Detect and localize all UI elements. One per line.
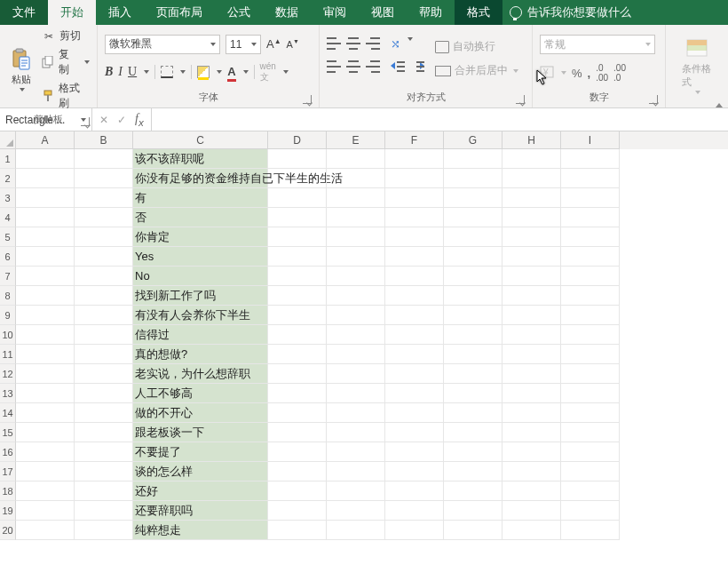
- cell[interactable]: [444, 345, 502, 364]
- cell[interactable]: [327, 149, 385, 169]
- cell[interactable]: [75, 423, 133, 442]
- row-header[interactable]: 16: [0, 442, 16, 462]
- align-center-button[interactable]: [346, 60, 360, 73]
- cell[interactable]: [268, 306, 327, 325]
- cell[interactable]: [268, 325, 327, 345]
- caret-icon[interactable]: [283, 70, 289, 74]
- cell[interactable]: [268, 384, 327, 403]
- cell[interactable]: [16, 345, 75, 364]
- cell[interactable]: [327, 521, 385, 540]
- cell[interactable]: [561, 521, 620, 540]
- cell[interactable]: [327, 403, 385, 423]
- cell[interactable]: [444, 149, 502, 169]
- cell[interactable]: No: [133, 267, 268, 286]
- cell[interactable]: [75, 149, 133, 169]
- cell[interactable]: [268, 227, 327, 247]
- cell[interactable]: 人工不够高: [133, 384, 268, 403]
- font-size-combo[interactable]: 11: [226, 35, 261, 54]
- cell[interactable]: [561, 345, 620, 364]
- cell[interactable]: [268, 149, 327, 169]
- cell[interactable]: [75, 208, 133, 227]
- cell[interactable]: Yes: [133, 247, 268, 267]
- cell[interactable]: [385, 267, 444, 286]
- align-bottom-button[interactable]: [366, 37, 380, 50]
- cell[interactable]: [327, 442, 385, 462]
- cell[interactable]: [561, 442, 620, 462]
- cell[interactable]: [561, 188, 620, 208]
- cell[interactable]: [75, 501, 133, 521]
- cell[interactable]: [327, 462, 385, 481]
- cell[interactable]: [502, 501, 561, 521]
- cell[interactable]: 还要辞职吗: [133, 501, 268, 521]
- tab-view[interactable]: 视图: [359, 0, 407, 25]
- cell[interactable]: 有: [133, 188, 268, 208]
- orientation-button[interactable]: ⤭: [391, 37, 400, 57]
- caret-icon[interactable]: [144, 70, 149, 74]
- cell[interactable]: [385, 345, 444, 364]
- cell[interactable]: [16, 247, 75, 267]
- dialog-launcher-icon[interactable]: [649, 95, 658, 104]
- cell[interactable]: [268, 169, 327, 188]
- row-header[interactable]: 5: [0, 227, 16, 247]
- cancel-icon[interactable]: ✕: [99, 114, 108, 126]
- copy-button[interactable]: 复制: [42, 47, 90, 77]
- cell[interactable]: [561, 267, 620, 286]
- cell[interactable]: [75, 345, 133, 364]
- cell[interactable]: 你没有足够的资金维持自已下半生的生活: [133, 169, 268, 188]
- increase-indent-button[interactable]: [410, 60, 424, 73]
- borders-button[interactable]: [161, 66, 173, 78]
- cell[interactable]: 谈的怎么样: [133, 462, 268, 481]
- row-header[interactable]: 9: [0, 306, 16, 325]
- cell[interactable]: [16, 442, 75, 462]
- italic-button[interactable]: I: [118, 65, 123, 79]
- cell[interactable]: [561, 286, 620, 306]
- row-header[interactable]: 4: [0, 208, 16, 227]
- cell[interactable]: [561, 325, 620, 345]
- cell[interactable]: [268, 481, 327, 501]
- cell[interactable]: [444, 306, 502, 325]
- percent-format-button[interactable]: %: [572, 67, 582, 80]
- cell[interactable]: [561, 462, 620, 481]
- row-header[interactable]: 8: [0, 286, 16, 306]
- formula-input[interactable]: [152, 108, 728, 131]
- cell[interactable]: [327, 169, 385, 188]
- cell[interactable]: [444, 325, 502, 345]
- row-header[interactable]: 17: [0, 462, 16, 481]
- tab-home[interactable]: 开始: [48, 0, 96, 25]
- cell[interactable]: [502, 442, 561, 462]
- cell[interactable]: [75, 521, 133, 540]
- cell[interactable]: [444, 423, 502, 442]
- cell[interactable]: [75, 267, 133, 286]
- cell[interactable]: [268, 286, 327, 306]
- cell[interactable]: [444, 501, 502, 521]
- cell[interactable]: [502, 149, 561, 169]
- cell[interactable]: [561, 384, 620, 403]
- row-header[interactable]: 7: [0, 267, 16, 286]
- cell[interactable]: [268, 188, 327, 208]
- cell[interactable]: 做的不开心: [133, 403, 268, 423]
- cell[interactable]: [16, 384, 75, 403]
- dialog-launcher-icon[interactable]: [303, 95, 312, 104]
- cell[interactable]: [561, 169, 620, 188]
- cell[interactable]: [268, 247, 327, 267]
- fill-color-button[interactable]: [197, 66, 210, 78]
- cell[interactable]: [561, 247, 620, 267]
- caret-icon[interactable]: [217, 70, 222, 74]
- row-header[interactable]: 19: [0, 501, 16, 521]
- tab-review[interactable]: 审阅: [311, 0, 359, 25]
- dialog-launcher-icon[interactable]: [516, 95, 525, 104]
- align-left-button[interactable]: [327, 60, 341, 73]
- cell[interactable]: [444, 169, 502, 188]
- cell[interactable]: [502, 403, 561, 423]
- cell[interactable]: [444, 521, 502, 540]
- cell[interactable]: [16, 306, 75, 325]
- tab-formulas[interactable]: 公式: [215, 0, 263, 25]
- row-header[interactable]: 20: [0, 521, 16, 540]
- row-header[interactable]: 15: [0, 423, 16, 442]
- font-name-combo[interactable]: 微软雅黑: [105, 35, 220, 54]
- cell[interactable]: [385, 149, 444, 169]
- tab-insert[interactable]: 插入: [96, 0, 144, 25]
- cell[interactable]: [75, 462, 133, 481]
- row-header[interactable]: 6: [0, 247, 16, 267]
- cell[interactable]: [385, 501, 444, 521]
